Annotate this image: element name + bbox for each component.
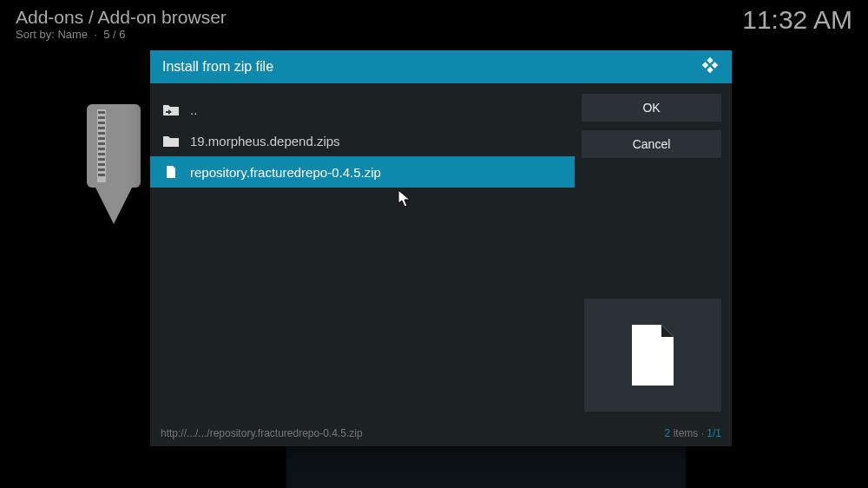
header: Add-ons / Add-on browser Sort by: Name ·…	[0, 0, 868, 41]
svg-rect-12	[98, 163, 105, 166]
cancel-button-label: Cancel	[633, 137, 671, 151]
ok-button[interactable]: OK	[582, 94, 721, 122]
document-icon	[628, 323, 677, 387]
svg-marker-16	[707, 57, 713, 63]
install-zip-dialog: Install from zip file .. 19.morpheus.dep…	[150, 50, 732, 446]
file-preview	[584, 299, 721, 412]
footer-path: http://.../.../repository.fracturedrepo-…	[161, 427, 363, 439]
svg-rect-9	[98, 148, 105, 150]
cancel-button[interactable]: Cancel	[582, 130, 721, 158]
footer-page: 1/1	[707, 427, 721, 439]
sort-line: Sort by: Name · 5 / 6	[16, 28, 852, 41]
list-item-up[interactable]: ..	[150, 94, 575, 125]
svg-rect-2	[98, 111, 105, 114]
list-item-label: repository.fracturedrepo-0.4.5.zip	[190, 165, 381, 180]
footer-count: 2 items · 1/1	[665, 427, 721, 439]
svg-marker-19	[702, 62, 708, 68]
list-item-file[interactable]: repository.fracturedrepo-0.4.5.zip	[150, 156, 575, 188]
svg-marker-18	[707, 67, 713, 73]
ok-button-label: OK	[642, 101, 660, 115]
svg-rect-7	[98, 137, 105, 140]
svg-rect-6	[98, 132, 105, 135]
svg-rect-3	[98, 116, 105, 119]
bottom-strip	[286, 446, 686, 488]
svg-rect-11	[98, 158, 105, 161]
footer-items-label: items ·	[670, 427, 707, 439]
svg-rect-14	[98, 174, 105, 176]
folder-icon	[162, 134, 180, 148]
folder-up-icon	[162, 102, 180, 116]
sort-label: Sort by: Name	[16, 28, 88, 41]
svg-rect-1	[97, 109, 106, 182]
file-list[interactable]: .. 19.morpheus.depend.zips repository.fr…	[150, 83, 575, 413]
list-item-label: 19.morpheus.depend.zips	[190, 134, 340, 148]
zip-sidebar-icon	[87, 104, 141, 228]
svg-marker-15	[95, 188, 132, 224]
clock: 11:32 AM	[742, 5, 852, 35]
svg-rect-5	[98, 127, 105, 129]
svg-rect-0	[87, 104, 141, 188]
svg-rect-8	[98, 142, 105, 145]
dialog-footer: http://.../.../repository.fracturedrepo-…	[150, 420, 732, 446]
breadcrumb: Add-ons / Add-on browser	[16, 7, 852, 28]
kodi-logo-icon	[700, 56, 720, 78]
list-item-folder[interactable]: 19.morpheus.depend.zips	[150, 125, 575, 156]
sort-count: 5 / 6	[103, 28, 125, 41]
dialog-title: Install from zip file	[162, 59, 273, 75]
svg-rect-13	[98, 168, 105, 171]
svg-rect-4	[98, 122, 105, 124]
svg-rect-10	[98, 153, 105, 155]
sort-sep: ·	[91, 28, 103, 41]
file-icon	[162, 165, 180, 179]
list-item-label: ..	[190, 102, 197, 117]
dialog-titlebar: Install from zip file	[150, 50, 732, 83]
svg-marker-17	[712, 62, 718, 68]
